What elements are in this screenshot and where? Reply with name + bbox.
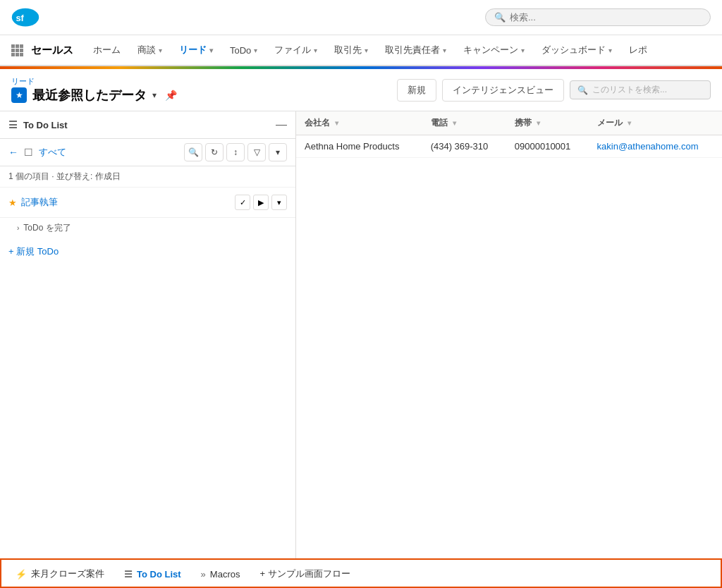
todo-dropdown-button[interactable]: ▾: [271, 195, 287, 210]
svg-rect-2: [11, 44, 15, 48]
new-button[interactable]: 新規: [397, 79, 436, 102]
cell-company[interactable]: Aethna Home Products: [296, 135, 422, 158]
todo-item-header: ★ 記事執筆 ✓ ▶ ▾: [8, 195, 287, 210]
list-search-bar[interactable]: 🔍 このリストを検索...: [570, 80, 711, 99]
search-button[interactable]: 🔍: [184, 143, 202, 161]
svg-text:sf: sf: [16, 13, 24, 23]
refresh-button[interactable]: ↻: [205, 143, 224, 161]
bottom-tab-bar: ⚡ 来月クローズ案件 ☰ To Do List » Macros + サンプル画…: [0, 558, 722, 588]
chevron-down-icon: ▾: [608, 47, 612, 54]
col-email[interactable]: メール ▾: [589, 111, 722, 135]
table-head: 会社名 ▾ 電話 ▾ 携帯 ▾ メール ▾: [296, 111, 722, 135]
salesforce-logo[interactable]: sf: [11, 8, 39, 27]
todo-panel: ☰ To Do List — ← ☐ すべて 🔍 ↻ ↕ ▽ ▾ 1 個の項目 …: [0, 111, 296, 558]
tab-todo-list[interactable]: ☰ To Do List: [114, 560, 191, 588]
tab-close-deals[interactable]: ⚡ 来月クローズ案件: [6, 560, 114, 588]
search-input[interactable]: [510, 12, 702, 23]
nav-item-dashboard[interactable]: ダッシュボード ▾: [533, 35, 620, 66]
nav-item-deals[interactable]: 商談 ▾: [129, 35, 171, 66]
page-title-row: ★ 最近参照したデータ ▾ 📌: [11, 87, 177, 104]
todo-complete-label: ToDo を完了: [23, 222, 71, 234]
panel-toolbar: ← ☐ すべて 🔍 ↻ ↕ ▽ ▾: [0, 139, 295, 166]
back-button[interactable]: ←: [8, 147, 18, 158]
main-area: リード ★ 最近参照したデータ ▾ 📌 新規 インテリジェンスビュー 🔍 このリ…: [0, 69, 722, 558]
nav-item-accounts[interactable]: 取引先 ▾: [326, 35, 377, 66]
intelligence-view-button[interactable]: インテリジェンスビュー: [442, 79, 564, 102]
svg-rect-8: [11, 53, 15, 56]
col-phone[interactable]: 電話 ▾: [422, 111, 506, 135]
chevron-down-icon: ▾: [365, 47, 368, 54]
filter-button[interactable]: ▽: [247, 143, 266, 161]
list-icon: ☰: [8, 119, 18, 130]
tab-macros-label: Macros: [210, 569, 240, 580]
title-dropdown-icon[interactable]: ▾: [152, 90, 157, 100]
chevron-down-icon: ▾: [254, 47, 257, 54]
chevron-down-icon: ▾: [521, 47, 525, 54]
nav-item-todo[interactable]: ToDo ▾: [221, 35, 266, 66]
svg-rect-10: [20, 53, 23, 56]
tab-sample-flow-label: + サンプル画面フロー: [259, 568, 350, 580]
page-title: 最近参照したデータ: [32, 87, 147, 104]
search-bar[interactable]: 🔍: [485, 8, 711, 26]
lightning-icon: ⚡: [16, 569, 27, 580]
svg-rect-5: [11, 49, 15, 52]
nav-bar: セールス ホーム 商談 ▾ リード ▾ ToDo ▾ ファイル ▾ 取引先 ▾ …: [0, 35, 722, 66]
more-button[interactable]: ▾: [269, 143, 287, 161]
table-body: Aethna Home Products (434) 369-310 09000…: [296, 135, 722, 158]
chevron-down-icon: ▾: [314, 47, 317, 54]
svg-rect-6: [16, 49, 19, 52]
list-icon: ☰: [124, 569, 133, 580]
nav-item-contacts[interactable]: 取引先責任者 ▾: [377, 35, 455, 66]
panel-title: To Do List: [23, 120, 68, 130]
chevron-down-icon: ▾: [209, 47, 213, 54]
breadcrumb: リード: [11, 76, 177, 87]
search-icon: 🔍: [577, 85, 588, 95]
tab-macros[interactable]: » Macros: [191, 560, 250, 588]
cell-mobile: 09000010001: [506, 135, 589, 158]
all-view-label[interactable]: すべて: [39, 146, 66, 159]
table-row: Aethna Home Products (434) 369-310 09000…: [296, 135, 722, 158]
svg-rect-4: [20, 44, 23, 48]
list-search-placeholder: このリストを検索...: [592, 84, 667, 96]
nav-item-files[interactable]: ファイル ▾: [266, 35, 326, 66]
nav-item-home[interactable]: ホーム: [85, 35, 129, 66]
panel-title-row: ☰ To Do List: [8, 119, 68, 130]
svg-rect-3: [16, 44, 19, 48]
todo-item-title[interactable]: 記事執筆: [21, 196, 58, 209]
todo-check-button[interactable]: ✓: [235, 195, 250, 210]
sort-icon: ▾: [537, 119, 540, 127]
nav-item-campaigns[interactable]: キャンペーン ▾: [455, 35, 533, 66]
app-name: セールス: [31, 44, 73, 57]
nav-item-reports[interactable]: レポ: [620, 35, 656, 66]
sort-icon: ▾: [453, 119, 456, 127]
nav-item-leads[interactable]: リード ▾: [171, 35, 221, 66]
grid-menu-button[interactable]: [6, 39, 28, 61]
todo-sub-item[interactable]: › ToDo を完了: [0, 218, 295, 238]
cell-email[interactable]: kakin@athenahome.com: [589, 135, 722, 158]
header-buttons: 新規 インテリジェンスビュー 🔍 このリストを検索...: [397, 79, 711, 102]
col-company[interactable]: 会社名 ▾: [296, 111, 422, 135]
chevron-down-icon: ▾: [443, 47, 446, 54]
svg-rect-9: [16, 53, 19, 56]
svg-rect-7: [20, 49, 23, 52]
sort-icon: ▾: [628, 119, 631, 127]
cell-phone: (434) 369-310: [422, 135, 506, 158]
breadcrumb-section: リード ★ 最近参照したデータ ▾ 📌: [11, 76, 177, 104]
search-icon: 🔍: [494, 12, 506, 23]
todo-star-icon[interactable]: ★: [8, 197, 17, 208]
tab-todo-list-label: To Do List: [137, 569, 181, 580]
chevron-right-icon: ›: [17, 224, 19, 232]
content-body: ☰ To Do List — ← ☐ すべて 🔍 ↻ ↕ ▽ ▾ 1 個の項目 …: [0, 111, 722, 558]
todo-play-button[interactable]: ▶: [253, 195, 269, 210]
new-todo-button[interactable]: + 新規 ToDo: [0, 238, 295, 265]
email-link[interactable]: kakin@athenahome.com: [597, 141, 699, 152]
data-table-panel: 会社名 ▾ 電話 ▾ 携帯 ▾ メール ▾: [296, 111, 722, 558]
tab-sample-flow[interactable]: + サンプル画面フロー: [250, 560, 360, 588]
content-header: リード ★ 最近参照したデータ ▾ 📌 新規 インテリジェンスビュー 🔍 このリ…: [0, 69, 722, 111]
pin-icon[interactable]: 📌: [165, 90, 177, 101]
sort-button[interactable]: ↕: [226, 143, 245, 161]
col-mobile[interactable]: 携帯 ▾: [506, 111, 589, 135]
macros-icon: »: [201, 569, 206, 580]
todo-actions: ✓ ▶ ▾: [235, 195, 287, 210]
panel-close-button[interactable]: —: [276, 118, 287, 131]
